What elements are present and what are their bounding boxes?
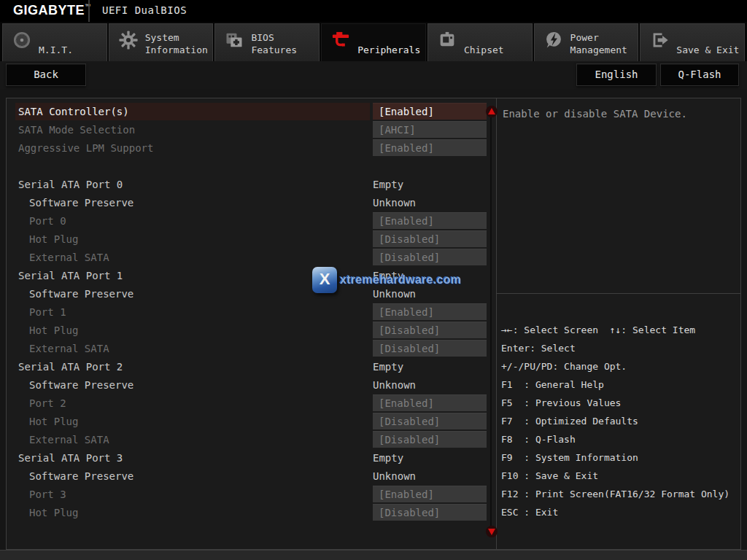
qflash-button[interactable]: Q-Flash [660, 63, 739, 86]
setting-label: Port 0 [15, 212, 370, 230]
bios-icon [224, 30, 244, 50]
setting-value: Empty [373, 358, 487, 376]
setting-label: Serial ATA Port 2 [15, 358, 370, 376]
hotkey-line: ESC : Exit [501, 503, 738, 521]
mit-icon [12, 30, 32, 50]
setting-row[interactable]: SATA Mode Selection[AHCI] [7, 121, 496, 139]
hotkey-line: F10 : Save & Exit [501, 467, 738, 485]
tab-m-i-t[interactable]: M.I.T. [2, 23, 107, 61]
setting-value-box[interactable]: [Disabled] [373, 249, 487, 266]
tab-save-exit[interactable]: Save & Exit [640, 23, 745, 61]
setting-value-box[interactable]: [Disabled] [373, 413, 487, 430]
setting-row[interactable]: Aggressive LPM Support[Enabled] [7, 139, 496, 158]
setting-value: Empty [373, 267, 487, 285]
setting-value-box[interactable]: [Enabled] [373, 139, 487, 157]
hotkeys-panel: →←: Select Screen ↑↓: Select ItemEnter: … [497, 294, 740, 521]
setting-row[interactable]: Serial ATA Port 0Empty [7, 176, 496, 194]
setting-row[interactable]: Hot Plug[Disabled] [7, 413, 496, 431]
hotkey-line: F9 : System Information [501, 448, 738, 467]
setting-label: Serial ATA Port 3 [15, 449, 370, 467]
settings-list: SATA Controller(s)[Enabled]SATA Mode Sel… [7, 98, 496, 522]
app-title: UEFI DualBIOS [102, 4, 187, 16]
setting-label: Hot Plug [15, 504, 370, 521]
tab-system-information[interactable]: System Information [109, 23, 214, 61]
topbar-divider [88, 0, 90, 22]
setting-value: Empty [373, 176, 487, 194]
tab-bios-features[interactable]: BIOS Features [214, 23, 320, 61]
setting-value-box[interactable]: [Disabled] [373, 504, 487, 521]
setting-value-box[interactable]: [Disabled] [373, 230, 487, 248]
content-panels: SATA Controller(s)[Enabled]SATA Mode Sel… [6, 98, 741, 550]
tab-chipset[interactable]: Chipset [427, 23, 533, 61]
setting-row[interactable]: Hot Plug[Disabled] [7, 504, 496, 522]
setting-label: Hot Plug [15, 230, 370, 248]
setting-value-box[interactable]: [AHCI] [373, 121, 487, 139]
setting-value-box[interactable]: [Enabled] [373, 103, 487, 120]
setting-row[interactable]: External SATA[Disabled] [7, 249, 496, 267]
setting-label: Serial ATA Port 1 [15, 267, 370, 284]
setting-value-box[interactable]: [Enabled] [373, 394, 487, 412]
setting-row[interactable]: Serial ATA Port 3Empty [7, 449, 496, 467]
setting-row[interactable]: Port 3[Enabled] [7, 486, 496, 504]
setting-row[interactable]: External SATA[Disabled] [7, 340, 496, 358]
setting-label: External SATA [15, 340, 370, 357]
chipset-icon [437, 30, 457, 50]
setting-row[interactable]: Software PreserveUnknown [7, 285, 496, 303]
setting-value-box[interactable]: [Enabled] [373, 303, 487, 321]
side-panel: Enable or disable SATA Device. →←: Selec… [497, 98, 740, 549]
setting-label: Hot Plug [15, 413, 370, 430]
setting-value-box[interactable]: [Enabled] [373, 212, 487, 230]
tab-label: Peripherals [357, 44, 420, 56]
setting-value: Empty [373, 449, 487, 467]
setting-label: External SATA [15, 249, 370, 266]
setting-row[interactable]: Software PreserveUnknown [7, 376, 496, 394]
back-button[interactable]: Back [6, 63, 86, 86]
setting-row[interactable]: Hot Plug[Disabled] [7, 322, 496, 340]
bios-screen: GIGABYTE™ UEFI DualBIOS M.I.T.System Inf… [0, 0, 747, 560]
setting-row[interactable]: Port 2[Enabled] [7, 394, 496, 413]
setting-value: Unknown [373, 285, 487, 303]
setting-value-box[interactable]: [Enabled] [373, 486, 487, 503]
tab-label: Power Management [570, 31, 627, 56]
help-text: Enable or disable SATA Device. [503, 108, 687, 120]
hotkey-line: F1 : General Help [501, 376, 738, 394]
tab-label: BIOS Features [251, 31, 297, 56]
setting-row[interactable]: External SATA[Disabled] [7, 431, 496, 449]
help-panel: Enable or disable SATA Device. [497, 98, 740, 294]
scroll-down-arrow[interactable] [486, 526, 498, 537]
setting-row[interactable]: Software PreserveUnknown [7, 194, 496, 212]
language-button[interactable]: English [576, 63, 657, 86]
setting-row[interactable]: Software PreserveUnknown [7, 467, 496, 486]
setting-row[interactable]: SATA Controller(s)[Enabled] [7, 103, 496, 121]
setting-label: External SATA [15, 431, 370, 448]
setting-value-box[interactable]: [Disabled] [373, 431, 487, 448]
power-icon [543, 30, 564, 50]
tab-power-management[interactable]: Power Management [534, 23, 639, 61]
setting-label: Software Preserve [15, 376, 370, 394]
peripherals-icon [330, 30, 351, 50]
tab-bar: M.I.T.System InformationBIOS FeaturesPer… [0, 22, 747, 61]
setting-label: Port 3 [15, 486, 370, 503]
tab-label: Save & Exit [676, 44, 739, 56]
setting-row[interactable]: Port 1[Enabled] [7, 303, 496, 322]
tab-label: M.I.T. [39, 44, 73, 56]
tab-peripherals[interactable]: Peripherals [321, 23, 426, 61]
setting-label: Software Preserve [15, 285, 370, 303]
setting-value-box[interactable]: [Disabled] [373, 340, 487, 357]
setting-label: Serial ATA Port 0 [15, 176, 370, 193]
setting-row[interactable]: Hot Plug[Disabled] [7, 230, 496, 249]
setting-label: Hot Plug [15, 322, 370, 339]
toolbar: Back English Q-Flash [0, 61, 747, 89]
setting-label: Aggressive LPM Support [15, 139, 370, 157]
tab-label: System Information [145, 31, 208, 56]
setting-label: SATA Mode Selection [15, 121, 370, 139]
setting-row[interactable]: Serial ATA Port 1Empty [7, 267, 496, 285]
setting-value-box[interactable]: [Disabled] [373, 322, 487, 339]
setting-row[interactable]: Port 0[Enabled] [7, 212, 496, 230]
setting-value: Unknown [373, 467, 487, 486]
scroll-up-arrow[interactable] [486, 106, 498, 117]
setting-label: Port 2 [15, 394, 370, 412]
setting-row[interactable]: Serial ATA Port 2Empty [7, 358, 496, 376]
hotkey-line: F12 : Print Screen(FAT16/32 Format Only) [501, 485, 738, 503]
settings-panel: SATA Controller(s)[Enabled]SATA Mode Sel… [7, 98, 497, 549]
